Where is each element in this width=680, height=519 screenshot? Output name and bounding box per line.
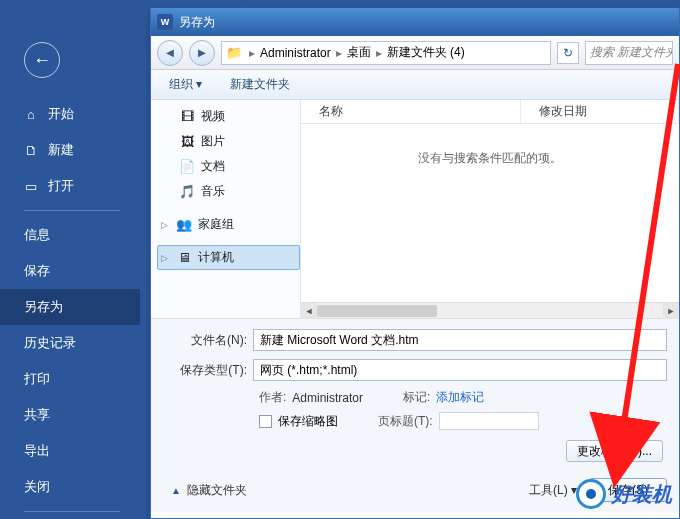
sidebar-item-export[interactable]: 导出 xyxy=(0,433,140,469)
crumb-segment[interactable]: Administrator xyxy=(260,46,331,60)
tree-item-computer[interactable]: ▷🖥计算机 xyxy=(157,245,300,270)
newdoc-icon: 🗋 xyxy=(24,143,38,158)
filename-row: 文件名(N): xyxy=(171,329,667,351)
page-title-meta: 页标题(T): xyxy=(378,412,539,430)
word-sidebar: ← ⌂开始 🗋新建 ▭打开 信息 保存 另存为 历史记录 打印 共享 导出 关闭 xyxy=(0,28,140,519)
sidebar-label: 打印 xyxy=(24,370,50,388)
savetype-dropdown[interactable]: 网页 (*.htm;*.html) xyxy=(253,359,667,381)
dialog-footer: 文件名(N): 保存类型(T): 网页 (*.htm;*.html) 作者: A… xyxy=(151,318,679,470)
sidebar-label: 信息 xyxy=(24,226,50,244)
folder-icon: 📁 xyxy=(226,45,242,60)
dialog-bottom-bar: ▲ 隐藏文件夹 工具(L) ▾ 保存(S) xyxy=(151,470,679,512)
nav-back-button[interactable]: ◄ xyxy=(157,40,183,66)
column-date[interactable]: 修改日期 xyxy=(521,100,679,123)
sidebar-label: 打开 xyxy=(48,177,74,195)
breadcrumb-bar[interactable]: 📁 ▸ Administrator ▸ 桌面 ▸ 新建文件夹 (4) xyxy=(221,41,551,65)
dialog-title: 另存为 xyxy=(179,14,215,31)
sidebar-item-save[interactable]: 保存 xyxy=(0,253,140,289)
sidebar-item-start[interactable]: ⌂开始 xyxy=(0,96,140,132)
save-thumbnail-checkbox[interactable]: 保存缩略图 xyxy=(259,412,338,430)
file-pane: 名称 修改日期 没有与搜索条件匹配的项。 ◄ ► xyxy=(301,100,679,318)
save-as-dialog: W 另存为 ◄ ► 📁 ▸ Administrator ▸ 桌面 ▸ 新建文件夹… xyxy=(150,8,680,519)
tree-item-pictures[interactable]: 🖼图片 xyxy=(157,129,300,154)
sidebar-label: 导出 xyxy=(24,442,50,460)
sidebar-label: 关闭 xyxy=(24,478,50,496)
scroll-right-icon[interactable]: ► xyxy=(663,303,679,319)
word-icon: W xyxy=(157,14,173,30)
author-label: 作者: xyxy=(259,389,286,406)
page-title-label: 页标题(T): xyxy=(378,413,433,430)
video-icon: 🎞 xyxy=(179,109,195,125)
dialog-toolbar: 组织 ▾ 新建文件夹 xyxy=(151,70,679,100)
dialog-navbar: ◄ ► 📁 ▸ Administrator ▸ 桌面 ▸ 新建文件夹 (4) ↻… xyxy=(151,36,679,70)
crumb-segment[interactable]: 新建文件夹 (4) xyxy=(387,44,465,61)
sidebar-label: 另存为 xyxy=(24,298,63,316)
checkbox-icon[interactable] xyxy=(259,415,272,428)
sidebar-item-info[interactable]: 信息 xyxy=(0,217,140,253)
author-meta: 作者: Administrator xyxy=(259,389,363,406)
page-title-input[interactable] xyxy=(439,412,539,430)
pictures-icon: 🖼 xyxy=(179,134,195,150)
horizontal-scrollbar[interactable]: ◄ ► xyxy=(301,302,679,318)
sidebar-label: 开始 xyxy=(48,105,74,123)
sidebar-item-open[interactable]: ▭打开 xyxy=(0,168,140,204)
sidebar-separator xyxy=(24,210,120,211)
dialog-titlebar: W 另存为 xyxy=(151,8,679,36)
crumb-segment[interactable]: 桌面 xyxy=(347,44,371,61)
sidebar-label: 新建 xyxy=(48,141,74,159)
organize-button[interactable]: 组织 ▾ xyxy=(159,73,212,96)
sidebar-label: 保存 xyxy=(24,262,50,280)
author-value[interactable]: Administrator xyxy=(292,391,363,405)
meta-row-1: 作者: Administrator 标记: 添加标记 xyxy=(171,389,667,406)
tree-item-videos[interactable]: 🎞视频 xyxy=(157,104,300,129)
filename-label: 文件名(N): xyxy=(171,332,253,349)
sidebar-separator xyxy=(24,511,120,512)
search-input[interactable]: 搜索 新建文件夹 xyxy=(585,41,673,65)
tools-dropdown[interactable]: 工具(L) ▾ xyxy=(529,482,577,499)
tree-item-homegroup[interactable]: ▷👥家庭组 xyxy=(157,212,300,237)
caret-up-icon: ▲ xyxy=(171,485,181,496)
scroll-left-icon[interactable]: ◄ xyxy=(301,303,317,319)
sidebar-item-saveas[interactable]: 另存为 xyxy=(0,289,140,325)
tree-item-music[interactable]: 🎵音乐 xyxy=(157,179,300,204)
sidebar-label: 共享 xyxy=(24,406,50,424)
hide-folders-toggle[interactable]: ▲ 隐藏文件夹 xyxy=(171,482,247,499)
music-icon: 🎵 xyxy=(179,184,195,200)
scroll-thumb[interactable] xyxy=(317,305,437,317)
tree-item-documents[interactable]: 📄文档 xyxy=(157,154,300,179)
sidebar-item-new[interactable]: 🗋新建 xyxy=(0,132,140,168)
filename-field[interactable] xyxy=(253,329,667,351)
refresh-button[interactable]: ↻ xyxy=(557,42,579,64)
folder-tree: 🎞视频 🖼图片 📄文档 🎵音乐 ▷👥家庭组 ▷🖥计算机 xyxy=(151,100,301,318)
chevron-right-icon: ▸ xyxy=(246,46,258,60)
new-folder-button[interactable]: 新建文件夹 xyxy=(230,76,290,93)
empty-message: 没有与搜索条件匹配的项。 xyxy=(301,124,679,302)
sidebar-item-print[interactable]: 打印 xyxy=(0,361,140,397)
save-button[interactable]: 保存(S) xyxy=(589,478,667,502)
homegroup-icon: 👥 xyxy=(176,217,192,233)
column-headers: 名称 修改日期 xyxy=(301,100,679,124)
column-name[interactable]: 名称 xyxy=(301,100,521,123)
change-title-button[interactable]: 更改标题(C)... xyxy=(566,440,663,462)
savetype-row: 保存类型(T): 网页 (*.htm;*.html) xyxy=(171,359,667,381)
sidebar-item-close[interactable]: 关闭 xyxy=(0,469,140,505)
nav-forward-button[interactable]: ► xyxy=(189,40,215,66)
meta-row-2: 保存缩略图 页标题(T): xyxy=(171,412,667,430)
caret-right-icon: ▷ xyxy=(161,253,168,263)
filename-input[interactable] xyxy=(260,333,660,347)
home-icon: ⌂ xyxy=(24,107,38,122)
back-arrow-button[interactable]: ← xyxy=(24,42,60,78)
sidebar-item-history[interactable]: 历史记录 xyxy=(0,325,140,361)
chevron-right-icon: ▸ xyxy=(373,46,385,60)
savetype-label: 保存类型(T): xyxy=(171,362,253,379)
add-tags-link[interactable]: 添加标记 xyxy=(436,389,484,406)
computer-icon: 🖥 xyxy=(176,250,192,266)
tags-meta: 标记: 添加标记 xyxy=(403,389,484,406)
sidebar-item-share[interactable]: 共享 xyxy=(0,397,140,433)
sidebar-label: 历史记录 xyxy=(24,334,76,352)
chevron-right-icon: ▸ xyxy=(333,46,345,60)
dialog-body: 🎞视频 🖼图片 📄文档 🎵音乐 ▷👥家庭组 ▷🖥计算机 名称 修改日期 没有与搜… xyxy=(151,100,679,318)
caret-right-icon: ▷ xyxy=(161,220,168,230)
tags-label: 标记: xyxy=(403,389,430,406)
open-icon: ▭ xyxy=(24,179,38,194)
